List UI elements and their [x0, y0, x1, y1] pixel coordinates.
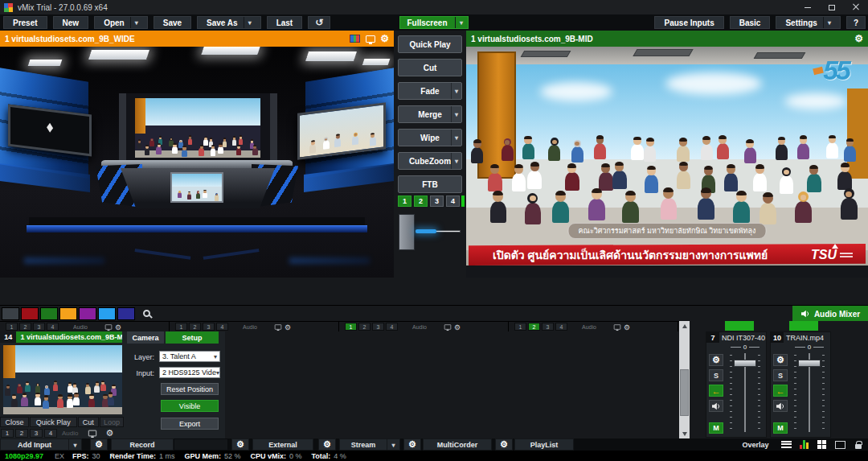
- mini-overlay-3-button[interactable]: 3: [542, 323, 554, 331]
- mini-audio-label[interactable]: Audio: [73, 324, 88, 330]
- overlay-1-button[interactable]: 1: [1, 429, 14, 438]
- overlay-4-button[interactable]: 4: [44, 429, 57, 438]
- gear-icon[interactable]: [115, 323, 121, 331]
- gear-icon[interactable]: [624, 323, 630, 331]
- open-dropdown-arrow-icon[interactable]: [130, 17, 138, 28]
- save-button[interactable]: Save: [154, 16, 191, 29]
- new-button[interactable]: New: [53, 16, 89, 29]
- transition-quick-play-button[interactable]: Quick Play: [398, 35, 462, 53]
- export-button[interactable]: Export: [161, 418, 219, 430]
- save-as-button[interactable]: Save As: [197, 16, 261, 29]
- color-correction-icon[interactable]: [350, 35, 360, 43]
- external-settings-gear-icon[interactable]: [318, 438, 336, 451]
- settings-dropdown-arrow-icon[interactable]: [823, 17, 831, 28]
- color-swatch[interactable]: [98, 307, 116, 320]
- solo-button[interactable]: S: [709, 369, 723, 381]
- multicorder-button[interactable]: MultiCorder: [423, 438, 492, 451]
- monitor-icon[interactable]: [614, 324, 620, 329]
- monitor-icon[interactable]: [275, 324, 281, 329]
- mini-overlay-1-button[interactable]: 1: [345, 323, 357, 331]
- mini-audio-label[interactable]: Audio: [582, 324, 596, 330]
- volume-slider[interactable]: [792, 353, 827, 432]
- solo-button[interactable]: S: [773, 369, 788, 381]
- close-input-button[interactable]: Close: [0, 417, 29, 427]
- mini-audio-label[interactable]: Audio: [243, 324, 257, 330]
- add-input-settings-gear-icon[interactable]: [90, 438, 108, 451]
- lock-button[interactable]: [849, 438, 868, 451]
- transition-wipe-dropdown-arrow-icon[interactable]: [451, 130, 461, 146]
- monitor-icon[interactable]: [444, 324, 451, 329]
- gear-icon[interactable]: [285, 323, 291, 331]
- mini-overlay-2-button[interactable]: 2: [189, 323, 201, 331]
- fullscreen-output-button[interactable]: [831, 438, 849, 451]
- playlist-button[interactable]: PlayList: [514, 438, 574, 451]
- help-button[interactable]: ?: [846, 16, 866, 29]
- overlay-button[interactable]: Overlay: [735, 438, 776, 451]
- mini-overlay-3-button[interactable]: 3: [372, 323, 384, 331]
- speaker-button[interactable]: [709, 400, 723, 412]
- color-swatch[interactable]: [40, 307, 58, 320]
- stream-dropdown-arrow-icon[interactable]: [387, 438, 400, 451]
- speaker-button[interactable]: [773, 400, 788, 412]
- record-button[interactable]: Record: [111, 438, 174, 451]
- stream-settings-gear-icon[interactable]: [403, 438, 421, 451]
- overlay-3-button[interactable]: 3: [30, 429, 43, 438]
- audio-mixer-button[interactable]: Audio Mixer: [792, 306, 868, 322]
- quick-play-button[interactable]: Quick Play: [30, 417, 76, 427]
- scroll-up-arrow-icon[interactable]: [679, 321, 690, 331]
- gear-icon[interactable]: [454, 323, 461, 331]
- transition-wipe-button[interactable]: Wipe: [398, 129, 462, 146]
- loop-button[interactable]: Loop: [100, 417, 124, 427]
- fullscreen-monitor-icon[interactable]: [366, 35, 375, 43]
- input-header[interactable]: 14 1 virtualstudiosets.com_9B-MID: [0, 331, 122, 343]
- fullscreen-button[interactable]: Fullscreen: [399, 16, 469, 29]
- mini-overlay-2-button[interactable]: 2: [528, 323, 540, 331]
- audio-label[interactable]: Audio: [62, 430, 78, 437]
- preset-button[interactable]: Preset: [3, 16, 47, 29]
- minimize-button[interactable]: [796, 0, 820, 14]
- add-input-dropdown-arrow-icon[interactable]: [69, 438, 82, 451]
- program-content[interactable]: 55 คณะวิศวกรรมศาสตร์ มหาวิทยาลัยทักษิณ ว…: [466, 47, 868, 278]
- overlay-2-button[interactable]: 2: [414, 196, 428, 207]
- mute-button[interactable]: M: [709, 422, 723, 434]
- stream-button[interactable]: Stream: [339, 438, 387, 451]
- mini-overlay-1-button[interactable]: 1: [175, 323, 187, 331]
- tab-setup[interactable]: Setup: [166, 331, 219, 344]
- overlay-3-button[interactable]: 3: [430, 196, 444, 207]
- preview-content[interactable]: [0, 47, 394, 278]
- mini-overlay-1-button[interactable]: 1: [6, 323, 18, 331]
- bus-assign-button[interactable]: [709, 385, 723, 397]
- cut-button[interactable]: Cut: [78, 417, 99, 427]
- monitor-icon[interactable]: [88, 430, 96, 437]
- audio-levels-button[interactable]: [796, 438, 812, 451]
- mini-overlay-4-button[interactable]: 4: [386, 323, 398, 331]
- transition-ftb-button[interactable]: FTB: [398, 175, 462, 193]
- monitor-icon[interactable]: [105, 324, 112, 329]
- mixer-settings-gear-icon[interactable]: [709, 354, 723, 366]
- mini-overlay-1-button[interactable]: 1: [514, 323, 526, 331]
- search-icon[interactable]: [143, 310, 150, 317]
- open-button[interactable]: Open: [94, 16, 148, 29]
- scroll-down-arrow-icon[interactable]: [679, 429, 690, 438]
- overlay-4-button[interactable]: 4: [446, 196, 460, 207]
- restart-button[interactable]: [308, 16, 330, 29]
- color-swatch[interactable]: [59, 307, 77, 320]
- program-titlebar[interactable]: 1 virtualstudiosets.com_9B-MID: [466, 31, 868, 47]
- mini-overlay-2-button[interactable]: 2: [358, 323, 371, 331]
- volume-slider-handle[interactable]: [798, 360, 821, 367]
- fullscreen-dropdown-arrow-icon[interactable]: [455, 17, 463, 28]
- multicorder-settings-gear-icon[interactable]: [495, 438, 513, 451]
- layout-menu-button[interactable]: [776, 438, 796, 451]
- vertical-scrollbar[interactable]: [679, 321, 690, 438]
- pause-inputs-button[interactable]: Pause Inputs: [654, 16, 723, 29]
- tab-camera[interactable]: Camera: [127, 331, 164, 344]
- overlay-1-button[interactable]: 1: [398, 196, 411, 207]
- mini-overlay-4-button[interactable]: 4: [555, 323, 567, 331]
- reset-position-button[interactable]: Reset Position: [161, 383, 219, 395]
- last-button[interactable]: Last: [267, 16, 303, 29]
- transition-cubezoom-button[interactable]: CubeZoom: [398, 152, 462, 170]
- t-bar-handle[interactable]: [399, 214, 415, 250]
- mixer-settings-gear-icon[interactable]: [773, 354, 788, 366]
- basic-button[interactable]: Basic: [730, 16, 771, 29]
- overlay-2-button[interactable]: 2: [15, 429, 28, 438]
